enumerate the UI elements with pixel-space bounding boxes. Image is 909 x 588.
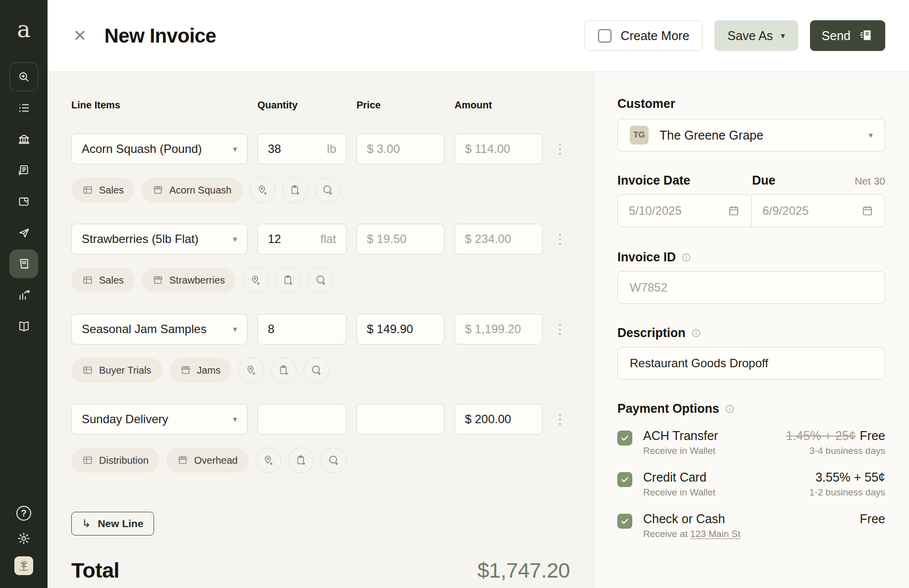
quantity-value: 8: [268, 322, 274, 336]
add-clipboard-icon[interactable]: [275, 267, 301, 293]
invoice-icon[interactable]: [9, 249, 38, 278]
chevron-down-icon: ▾: [233, 234, 237, 245]
avatar[interactable]: [14, 556, 33, 575]
amount-input[interactable]: $ 114.00: [454, 134, 543, 164]
storefront-icon: [152, 185, 163, 196]
description-label-row: Description: [617, 326, 885, 340]
ach-checkbox[interactable]: [617, 431, 632, 445]
line-item-row: Strawberries (5lb Flat) ▾ 12 flat $ 19.5…: [71, 224, 570, 254]
category-tag[interactable]: Sales: [71, 178, 135, 202]
tag-label: Acorn Squash: [169, 185, 232, 196]
payment-fee-info: 3.55% + 55¢ 1-2 business days: [809, 470, 885, 498]
save-as-label: Save As: [727, 29, 773, 43]
bank-icon[interactable]: [9, 125, 38, 153]
item-name: Strawberries (5lb Flat): [82, 232, 199, 246]
check-or-cash-checkbox[interactable]: [617, 514, 632, 529]
customer-select[interactable]: TG The Greene Grape ▾: [617, 119, 885, 151]
add-location-icon[interactable]: [238, 357, 264, 383]
category-tag[interactable]: Sales: [71, 268, 135, 293]
calendar-icon[interactable]: [727, 204, 740, 217]
close-icon[interactable]: ✕: [73, 28, 87, 44]
description-value: Restaurant Goods Dropoff: [630, 356, 768, 370]
payment-sub-link[interactable]: 123 Main St: [690, 529, 740, 539]
quantity-input[interactable]: [257, 404, 347, 435]
invoice-id-input[interactable]: W7852: [617, 271, 885, 304]
send-button[interactable]: Send: [810, 20, 885, 51]
add-clipboard-icon[interactable]: [288, 447, 314, 473]
amount-input[interactable]: $ 234.00: [454, 224, 543, 254]
category-tag[interactable]: Distribution: [71, 448, 159, 473]
help-icon[interactable]: ?: [16, 506, 31, 521]
description-input[interactable]: Restaurant Goods Dropoff: [617, 347, 885, 380]
add-badge-icon[interactable]: [303, 357, 329, 383]
row-menu-icon[interactable]: ⋮: [553, 233, 567, 246]
item-tag[interactable]: Overhead: [166, 448, 249, 473]
line-item-row: Sunday Delivery ▾ $ 200.00 ⋮: [71, 404, 570, 435]
item-tag[interactable]: Acorn Squash: [142, 178, 243, 202]
add-location-icon[interactable]: [243, 267, 268, 293]
add-location-icon[interactable]: [250, 177, 275, 203]
item-tag[interactable]: Strawberries: [142, 268, 236, 293]
book-icon[interactable]: [9, 312, 38, 341]
search-icon[interactable]: [9, 62, 38, 91]
item-select[interactable]: Acorn Squash (Pound) ▾: [71, 134, 248, 164]
invoice-id-label: Invoice ID: [617, 250, 676, 264]
category-tag[interactable]: Buyer Trials: [71, 358, 162, 383]
list-icon[interactable]: [9, 94, 38, 122]
fee-struck: 1.45% + 25¢: [786, 429, 856, 442]
info-icon[interactable]: [724, 403, 735, 414]
row-menu-icon[interactable]: ⋮: [553, 323, 567, 336]
amount-input[interactable]: $ 1,199.20: [454, 314, 543, 344]
tag-label: Sales: [99, 185, 124, 196]
wallet-icon[interactable]: [9, 187, 38, 216]
payment-option-info: ACH Transfer Receive in Wallet: [643, 429, 718, 456]
new-line-button[interactable]: ↳ New Line: [71, 512, 154, 536]
add-badge-icon[interactable]: [315, 177, 341, 203]
calendar-icon[interactable]: [861, 204, 874, 217]
create-more-checkbox[interactable]: [598, 29, 611, 43]
settings-icon[interactable]: [17, 532, 31, 545]
save-as-button[interactable]: Save As ▾: [714, 20, 798, 51]
tag-row: Distribution Overhead: [71, 447, 570, 473]
storefront-icon: [177, 455, 188, 466]
tag-row: Sales Strawberries: [71, 267, 570, 293]
tag-label: Buyer Trials: [99, 365, 152, 376]
amount-input[interactable]: $ 200.00: [454, 404, 543, 435]
add-clipboard-icon[interactable]: [271, 357, 297, 383]
send-icon[interactable]: [9, 218, 38, 247]
info-icon[interactable]: [681, 252, 692, 263]
analytics-icon[interactable]: [9, 281, 38, 309]
price-input[interactable]: $ 3.00: [356, 134, 445, 164]
item-select[interactable]: Sunday Delivery ▾: [71, 404, 248, 435]
price-value: $ 3.00: [367, 142, 400, 156]
tag-row: Sales Acorn Squash: [71, 177, 570, 203]
credit-card-checkbox[interactable]: [617, 472, 632, 487]
item-select[interactable]: Seasonal Jam Samples ▾: [71, 314, 248, 344]
info-icon[interactable]: [691, 328, 702, 339]
amount-value: $ 1,199.20: [465, 322, 521, 336]
price-input[interactable]: [356, 404, 445, 435]
row-menu-icon[interactable]: ⋮: [553, 143, 567, 156]
create-more-label: Create More: [620, 29, 689, 43]
add-badge-icon[interactable]: [308, 267, 334, 293]
customer-avatar: TG: [630, 126, 649, 145]
fee-value: Free: [860, 512, 885, 526]
row-menu-icon[interactable]: ⋮: [553, 413, 567, 426]
price-input[interactable]: $ 19.50: [356, 224, 445, 254]
receipt-icon[interactable]: [9, 156, 38, 185]
item-tag[interactable]: Jams: [169, 358, 232, 383]
invoice-date-input[interactable]: 5/10/2025: [618, 195, 752, 227]
tag-row: Buyer Trials Jams: [71, 357, 570, 383]
due-date-input[interactable]: 6/9/2025: [752, 195, 885, 227]
quantity-input[interactable]: 8: [257, 314, 347, 344]
create-more-button[interactable]: Create More: [585, 20, 703, 51]
quantity-input[interactable]: 38 lb: [257, 134, 347, 164]
price-input[interactable]: $ 149.90: [356, 314, 445, 344]
add-badge-icon[interactable]: [321, 447, 347, 473]
quantity-input[interactable]: 12 flat: [257, 224, 347, 254]
add-clipboard-icon[interactable]: [282, 177, 308, 203]
add-location-icon[interactable]: [255, 447, 281, 473]
item-select[interactable]: Strawberries (5lb Flat) ▾: [71, 224, 248, 254]
invoice-date-value: 5/10/2025: [629, 204, 682, 218]
amount-value: $ 200.00: [465, 412, 511, 426]
